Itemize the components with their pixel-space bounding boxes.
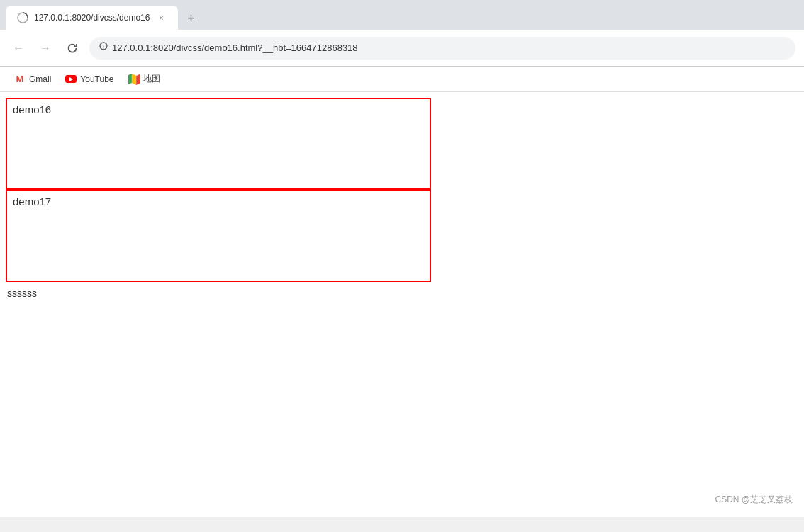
gmail-icon: M — [14, 74, 26, 85]
bookmarks-bar: M Gmail YouTube — [0, 67, 804, 92]
url-security-icon: i — [99, 42, 108, 54]
bookmark-youtube[interactable]: YouTube — [60, 71, 119, 88]
url-bar[interactable]: i 127.0.0.1:8020/divcss/demo16.html?__hb… — [89, 37, 795, 60]
tab-close-button[interactable]: × — [155, 12, 167, 23]
address-bar: ← → i 127.0.0.1:8020/divcss/demo16.html?… — [0, 30, 804, 67]
page-content: demo16 demo17 ssssss CSDN @芝芝又荔枝 — [0, 92, 804, 517]
tab-favicon — [17, 12, 28, 23]
svg-text:i: i — [103, 45, 104, 50]
demo17-label: demo17 — [13, 196, 51, 208]
svg-marker-6 — [136, 74, 140, 85]
tab-title: 127.0.0.1:8020/divcss/demo16 — [34, 13, 150, 23]
watermark: CSDN @芝芝又荔枝 — [715, 494, 793, 506]
footer-text: ssssss — [6, 282, 798, 299]
browser-chrome: 127.0.0.1:8020/divcss/demo16 × + ← → i — [0, 0, 804, 92]
active-tab[interactable]: 127.0.0.1:8020/divcss/demo16 × — [6, 6, 178, 30]
demo16-box: demo16 — [6, 98, 431, 190]
bookmark-gmail[interactable]: M Gmail — [9, 71, 57, 88]
new-tab-button[interactable]: + — [181, 9, 201, 28]
tab-bar: 127.0.0.1:8020/divcss/demo16 × + — [0, 0, 804, 30]
svg-marker-5 — [132, 74, 136, 85]
youtube-icon — [65, 74, 77, 85]
url-text: 127.0.0.1:8020/divcss/demo16.html?__hbt=… — [112, 43, 358, 53]
bookmark-maps[interactable]: 地图 — [123, 70, 166, 88]
bookmark-gmail-label: Gmail — [29, 74, 51, 84]
svg-marker-4 — [128, 74, 132, 84]
forward-button[interactable]: → — [35, 38, 55, 58]
back-button[interactable]: ← — [9, 38, 28, 58]
maps-icon — [128, 74, 140, 85]
reload-button[interactable] — [62, 38, 82, 58]
bookmark-maps-label: 地图 — [143, 73, 160, 85]
demo16-label: demo16 — [13, 103, 51, 115]
demo17-box: demo17 — [6, 190, 431, 282]
bookmark-youtube-label: YouTube — [80, 74, 113, 84]
